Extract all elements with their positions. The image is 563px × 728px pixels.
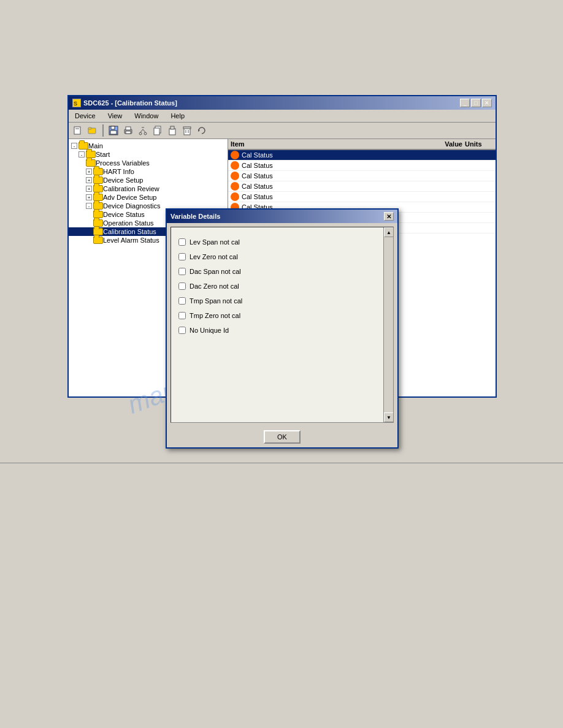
save-button[interactable] [107, 124, 120, 137]
row-item-4: Cal Status [242, 193, 426, 200]
copy-button[interactable] [151, 124, 164, 137]
svg-rect-7 [111, 126, 115, 129]
toggle-hart[interactable]: + [86, 169, 92, 175]
variable-details-dialog: Variable Details ✕ Lev Span not cal Lev … [166, 208, 399, 449]
svg-line-15 [143, 129, 145, 132]
checkbox-dac-span[interactable] [178, 268, 186, 275]
row-item-0: Cal Status [242, 151, 426, 159]
toolbar [69, 123, 496, 139]
checkbox-label-dac-zero: Dac Zero not cal [190, 282, 239, 290]
checkbox-label-dac-span: Dac Span not cal [190, 268, 241, 275]
list-row[interactable]: Cal Status [228, 171, 496, 181]
dialog-footer: OK [167, 427, 397, 447]
checkbox-lev-span[interactable] [178, 238, 186, 246]
checkbox-row-5: Tmp Zero not cal [178, 311, 386, 320]
window-title: SDC625 - [Calibration Status] [83, 99, 177, 107]
row-item-1: Cal Status [242, 162, 426, 169]
col-header-units: Units [462, 140, 493, 148]
row-item-3: Cal Status [242, 183, 426, 190]
dialog-close-button[interactable]: ✕ [384, 212, 394, 221]
checkbox-row-6: No Unique Id [178, 325, 386, 335]
ok-button[interactable]: OK [264, 430, 301, 444]
row-item-2: Cal Status [242, 172, 426, 180]
checkbox-row-1: Lev Zero not cal [178, 252, 386, 262]
svg-text:S: S [74, 100, 77, 107]
menu-bar: Device View Window Help [69, 110, 496, 123]
minimize-button[interactable]: _ [460, 99, 470, 107]
title-bar-controls: _ □ ✕ [460, 99, 492, 107]
checkbox-no-unique-id[interactable] [178, 327, 186, 334]
open-button[interactable] [86, 124, 99, 137]
tree-label-device-setup: Device Setup [103, 176, 143, 184]
close-button[interactable]: ✕ [482, 99, 492, 107]
list-row[interactable]: Cal Status [228, 192, 496, 202]
title-bar: S SDC625 - [Calibration Status] _ □ ✕ [69, 96, 496, 110]
print-button[interactable] [121, 124, 135, 137]
checkbox-tmp-zero[interactable] [178, 312, 186, 319]
checkbox-lev-zero[interactable] [178, 253, 186, 260]
dialog-title-bar: Variable Details ✕ [167, 210, 397, 223]
dialog-content: Lev Span not cal Lev Zero not cal Dac Sp… [170, 227, 394, 423]
toggle-device-setup[interactable]: + [86, 177, 92, 183]
tree-item-adv-device-setup[interactable]: + Adv Device Setup [69, 193, 228, 202]
tree-label-level-alarm: Level Alarm Status [103, 237, 159, 244]
row-icon-2 [231, 172, 239, 180]
toggle-adv-setup[interactable]: + [86, 194, 92, 200]
dialog-overlay: Variable Details ✕ Lev Span not cal Lev … [166, 208, 399, 449]
cut-button[interactable] [136, 124, 150, 137]
tree-item-cal-review[interactable]: + Calibration Review [69, 184, 228, 193]
checkbox-dac-zero[interactable] [178, 282, 186, 290]
list-row[interactable]: Cal Status [228, 181, 496, 192]
tree-item-hart-info[interactable]: + HART Info [69, 167, 228, 176]
paste-button[interactable] [166, 124, 179, 137]
toggle-cal-review[interactable]: + [86, 186, 92, 192]
maximize-button[interactable]: □ [471, 99, 481, 107]
scroll-down-button[interactable]: ▼ [384, 412, 394, 422]
new-button[interactable] [71, 124, 85, 137]
toggle-main[interactable]: - [71, 143, 77, 149]
toggle-start[interactable]: - [79, 151, 85, 157]
tree-item-device-setup[interactable]: + Device Setup [69, 176, 228, 184]
list-row[interactable]: Cal Status [228, 161, 496, 171]
tree-label-cal-status: Calibration Status [103, 228, 156, 235]
scroll-up-button[interactable]: ▲ [384, 227, 394, 237]
delete-button[interactable] [180, 124, 194, 137]
svg-line-14 [140, 129, 143, 132]
checkbox-row-3: Dac Zero not cal [178, 281, 386, 291]
tree-item-start[interactable]: - Start [69, 150, 228, 159]
refresh-button[interactable] [195, 124, 209, 137]
menu-help[interactable]: Help [167, 111, 188, 121]
tree-label-dev-diag: Device Diagnostics [103, 202, 161, 210]
tree-item-process-variables[interactable]: Process Variables [69, 159, 228, 167]
list-row[interactable]: Cal Status [228, 150, 496, 161]
svg-rect-21 [184, 128, 190, 135]
svg-rect-5 [88, 127, 91, 129]
checkbox-row-4: Tmp Span not cal [178, 296, 386, 306]
checkbox-tmp-span[interactable] [178, 297, 186, 305]
checkbox-label-tmp-span: Tmp Span not cal [190, 297, 242, 305]
svg-rect-10 [126, 127, 131, 130]
menu-window[interactable]: Window [131, 111, 162, 121]
tree-item-main[interactable]: - Main [69, 142, 228, 150]
svg-rect-24 [183, 127, 191, 129]
toggle-dev-diag[interactable]: - [86, 203, 92, 209]
tree-label-dev-status: Device Status [103, 211, 145, 218]
row-icon-4 [231, 192, 239, 201]
dialog-scrollbar[interactable]: ▲ ▼ [383, 227, 393, 422]
bottom-divider [0, 463, 563, 463]
menu-view[interactable]: View [104, 111, 126, 121]
dialog-title: Variable Details [170, 213, 220, 220]
list-header: Item Value Units [228, 139, 496, 150]
col-header-item: Item [231, 140, 426, 148]
svg-point-12 [139, 132, 142, 135]
checkbox-label-tmp-zero: Tmp Zero not cal [190, 312, 240, 319]
svg-rect-2 [74, 127, 80, 134]
svg-point-13 [144, 132, 147, 135]
menu-device[interactable]: Device [71, 111, 99, 121]
checkbox-row-0: Lev Span not cal [178, 237, 386, 247]
tree-label-start: Start [96, 151, 110, 158]
app-icon: S [72, 99, 81, 107]
toolbar-sep-1 [102, 124, 104, 137]
folder-icon-level-alarm [93, 237, 103, 244]
checkbox-label-lev-span: Lev Span not cal [190, 238, 240, 246]
